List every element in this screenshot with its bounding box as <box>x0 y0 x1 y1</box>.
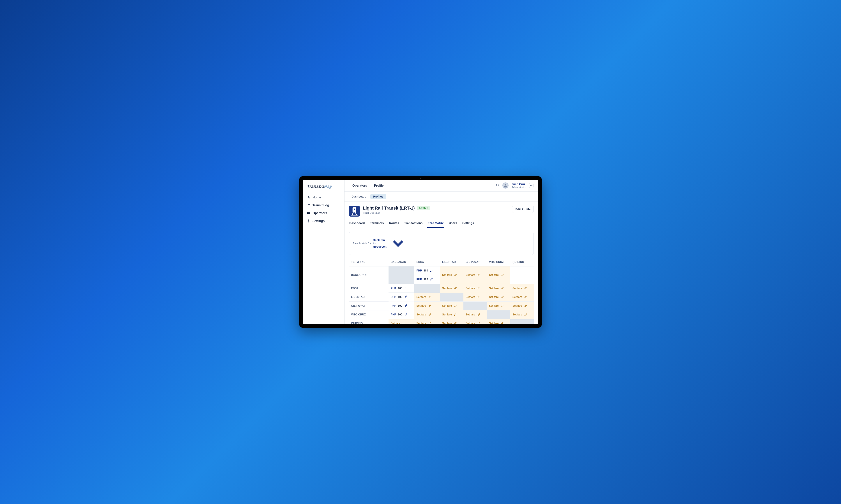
edit-icon <box>477 273 480 277</box>
cell-fare[interactable]: PHP 100 <box>414 267 440 275</box>
cell-set-fare[interactable]: Set fare <box>510 310 534 319</box>
brand-part1: Transpo <box>307 184 324 189</box>
edit-icon <box>500 295 504 299</box>
cell-set-fare[interactable]: Set fare <box>487 284 510 293</box>
fare-matrix-table-wrap: TERMINALBACLARANEDSALIBERTADGIL PUYATVIT… <box>344 258 538 324</box>
table-row: LIBERTADPHP 100 Set fareSet fareSet fare… <box>349 293 534 302</box>
edit-icon <box>524 295 527 299</box>
detail-tabs: Dashboard Terminals Routes Transactions … <box>344 220 538 228</box>
edit-profile-button[interactable]: Edit Profile <box>512 205 534 213</box>
cell-set-fare[interactable]: Set fare <box>510 302 534 310</box>
breadcrumb-profile[interactable]: Profile <box>371 182 387 188</box>
row-label: LIBERTAD <box>349 293 389 302</box>
tab-dashboard[interactable]: Dashboard <box>349 220 365 228</box>
subtab-profiles[interactable]: Profiles <box>370 194 386 199</box>
edit-icon <box>524 287 527 290</box>
cell-set-fare[interactable]: Set fare <box>440 266 463 284</box>
tab-transactions[interactable]: Transactions <box>404 220 423 228</box>
bell-icon[interactable] <box>495 183 499 187</box>
col-header: EDSA <box>414 258 440 267</box>
col-header: GIL PUYAT <box>463 258 487 267</box>
cell-set-fare[interactable]: Set fare <box>389 319 414 324</box>
row-label: BACLARAN <box>349 266 389 284</box>
main-content: Operators Profile Juan Cruz Administrato… <box>344 180 538 324</box>
cell-set-fare[interactable]: Set fare <box>463 310 487 319</box>
cell-set-fare[interactable]: Set fare <box>510 293 534 302</box>
cell-set-fare[interactable]: Set fare <box>487 302 510 310</box>
sidebar-item-settings[interactable]: Settings <box>303 217 344 225</box>
cell-fare[interactable]: PHP 100 <box>389 293 414 302</box>
edit-icon <box>453 287 457 290</box>
svg-point-1 <box>504 184 507 185</box>
profile-left: Light Rail Transit (LRT-1) ACTIVE Train … <box>349 205 430 217</box>
cell-fare[interactable]: PHP 100 <box>389 284 414 293</box>
edit-icon <box>500 287 504 290</box>
edit-icon <box>524 313 527 316</box>
table-row: VITO CRUZPHP 100 Set fareSet fareSet far… <box>349 310 534 319</box>
sidebar-item-operators[interactable]: Operators <box>303 209 344 217</box>
col-terminal: TERMINAL <box>349 258 389 267</box>
cell-set-fare[interactable]: Set fare <box>463 319 487 324</box>
screen: TranspoPay Home Transit Log <box>303 180 538 324</box>
avatar[interactable] <box>502 182 509 188</box>
cell-set-fare[interactable]: Set fare <box>487 266 510 284</box>
cell-self <box>487 310 510 319</box>
profile-text: Light Rail Transit (LRT-1) ACTIVE Train … <box>363 205 430 214</box>
app-root: TranspoPay Home Transit Log <box>303 180 538 324</box>
ticket-icon <box>307 211 310 215</box>
edit-icon <box>430 278 433 281</box>
cell-self <box>510 319 534 324</box>
edit-icon <box>428 295 431 299</box>
cell-fare[interactable]: PHP 100 <box>414 275 440 284</box>
sidebar-item-home[interactable]: Home <box>303 193 344 201</box>
sidebar-item-label: Operators <box>312 211 327 215</box>
edit-icon <box>500 304 504 308</box>
brand-logo: TranspoPay <box>303 184 344 193</box>
user-info: Juan Cruz Administrator <box>512 182 526 189</box>
col-header: BACLARAN <box>389 258 414 267</box>
sidebar-item-transit-log[interactable]: Transit Log <box>303 201 344 209</box>
cell-set-fare[interactable]: Set fare <box>440 284 463 293</box>
fare-matrix-route-dropdown[interactable]: Baclaran to Roosevelt <box>373 235 407 252</box>
sidebar: TranspoPay Home Transit Log <box>303 180 344 324</box>
tab-fare-matrix[interactable]: Fare Matrix <box>427 220 444 228</box>
breadcrumb: Operators Profile <box>349 182 387 188</box>
cell-self <box>414 284 440 293</box>
cell-set-fare[interactable]: Set fare <box>414 302 440 310</box>
cell-set-fare[interactable]: Set fare <box>414 310 440 319</box>
cell-set-fare[interactable]: Set fare <box>440 310 463 319</box>
profile-subtitle: Train Operator <box>363 211 430 214</box>
cell-fare[interactable]: PHP 100 <box>389 310 414 319</box>
sidebar-item-label: Settings <box>312 219 325 223</box>
cell-set-fare[interactable]: Set fare <box>510 284 534 293</box>
cell-set-fare[interactable]: Set fare <box>414 293 440 302</box>
edit-icon <box>453 304 457 308</box>
cell-set-fare[interactable]: Set fare <box>440 302 463 310</box>
tab-routes[interactable]: Routes <box>389 220 399 228</box>
edit-icon <box>404 313 407 316</box>
edit-icon <box>500 273 504 277</box>
profile-title: Light Rail Transit (LRT-1) <box>363 205 415 211</box>
row-label: QUIRINO <box>349 319 389 324</box>
cell-set-fare[interactable]: Set fare <box>463 266 487 284</box>
profile-title-row: Light Rail Transit (LRT-1) ACTIVE <box>363 205 430 211</box>
edit-icon <box>428 313 431 316</box>
cell-set-fare[interactable]: Set fare <box>463 293 487 302</box>
cell-set-fare[interactable]: Set fare <box>414 319 440 324</box>
cell-set-fare[interactable]: Set fare <box>463 284 487 293</box>
tab-users[interactable]: Users <box>448 220 458 228</box>
cell-set-fare[interactable]: Set fare <box>487 319 510 324</box>
tab-settings[interactable]: Settings <box>462 220 474 228</box>
cell-set-fare[interactable]: Set fare <box>440 319 463 324</box>
tab-terminals[interactable]: Terminals <box>370 220 384 228</box>
cell-fare[interactable]: PHP 100 <box>389 302 414 310</box>
subtab-dashboard[interactable]: Dashboard <box>349 194 369 199</box>
edit-icon <box>453 273 457 277</box>
cell-set-fare[interactable]: Set fare <box>487 293 510 302</box>
cell-self <box>389 266 414 284</box>
col-header: LIBERTAD <box>440 258 463 267</box>
cell-self <box>463 302 487 310</box>
breadcrumb-operators[interactable]: Operators <box>349 182 371 188</box>
svg-point-3 <box>354 209 355 210</box>
user-menu-toggle[interactable] <box>529 183 534 188</box>
